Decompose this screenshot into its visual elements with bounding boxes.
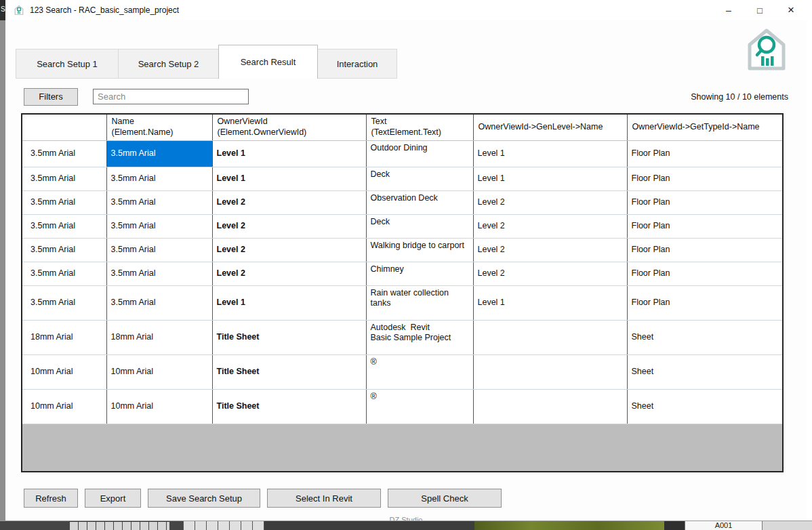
type-name-cell[interactable]: Floor Plan xyxy=(627,214,782,238)
owner-view-cell[interactable]: Level 1 xyxy=(212,285,366,320)
tab-search-setup-2[interactable]: Search Setup 2 xyxy=(118,49,219,79)
gen-level-name-cell[interactable]: Level 2 xyxy=(473,238,627,262)
row-label-cell[interactable]: 3.5mm Arial xyxy=(22,262,106,285)
name-cell[interactable]: 3.5mm Arial xyxy=(106,262,212,285)
owner-view-cell[interactable]: Level 2 xyxy=(212,214,366,238)
gen-level-name-cell[interactable] xyxy=(473,389,627,424)
text-cell[interactable]: Observation Deck xyxy=(366,190,473,214)
column-header-ownerviewid[interactable]: OwnerViewId (Element.OwnerViewId) xyxy=(212,115,366,140)
type-name-cell[interactable]: Sheet xyxy=(627,389,782,424)
spell-check-button[interactable]: Spell Check xyxy=(388,489,502,508)
gen-level-name-cell[interactable]: Level 2 xyxy=(473,214,627,238)
column-header-genlevel-name[interactable]: OwnerViewId->GenLevel->Name xyxy=(473,115,627,140)
close-button[interactable]: × xyxy=(775,0,807,20)
name-cell[interactable]: 10mm Arial xyxy=(106,354,212,389)
owner-view-cell[interactable]: Level 2 xyxy=(212,262,366,285)
type-name-cell[interactable]: Sheet xyxy=(627,354,782,389)
select-in-revit-button[interactable]: Select In Revit xyxy=(267,489,381,508)
table-row[interactable]: 10mm Arial 10mm Arial Title Sheet ® Shee… xyxy=(22,389,782,424)
table-row[interactable]: 3.5mm Arial 3.5mm Arial Level 2 Deck Lev… xyxy=(22,214,782,238)
tab-bar: Search Setup 1 Search Setup 2 Search Res… xyxy=(16,45,807,79)
owner-view-cell[interactable]: Level 2 xyxy=(212,190,366,214)
results-grid: Name (Element.Name) OwnerViewId (Element… xyxy=(22,115,782,424)
type-name-cell[interactable]: Sheet xyxy=(627,320,782,354)
name-cell[interactable]: 3.5mm Arial xyxy=(106,285,212,320)
gen-level-name-cell[interactable]: Level 1 xyxy=(473,140,627,167)
row-label-cell[interactable]: 3.5mm Arial xyxy=(22,285,106,320)
text-cell[interactable]: ® xyxy=(366,354,473,389)
type-name-cell[interactable]: Floor Plan xyxy=(627,167,782,190)
name-cell[interactable]: 3.5mm Arial xyxy=(106,238,212,262)
column-header-gettypeid-name[interactable]: OwnerViewId->GetTypeId->Name xyxy=(627,115,782,140)
name-cell[interactable]: 18mm Arial xyxy=(106,320,212,354)
screen: S A001 123 Search - RAC_basic_sample_pro… xyxy=(0,0,812,530)
type-name-cell[interactable]: Floor Plan xyxy=(627,190,782,214)
text-cell[interactable]: Autodesk Revit Basic Sample Project xyxy=(366,320,473,354)
refresh-button[interactable]: Refresh xyxy=(24,489,78,508)
text-cell[interactable]: Deck xyxy=(366,167,473,190)
owner-view-cell[interactable]: Title Sheet xyxy=(212,320,366,354)
gen-level-name-cell[interactable]: Level 1 xyxy=(473,167,627,190)
table-row[interactable]: 3.5mm Arial 3.5mm Arial Level 1 Outdoor … xyxy=(22,140,782,167)
background-dark-area xyxy=(264,521,474,530)
owner-view-cell[interactable]: Level 1 xyxy=(212,140,366,167)
row-label-cell[interactable]: 3.5mm Arial xyxy=(22,140,106,167)
type-name-cell[interactable]: Floor Plan xyxy=(627,262,782,285)
background-dark-area xyxy=(169,521,183,530)
app-icon xyxy=(14,5,24,16)
type-name-cell[interactable]: Floor Plan xyxy=(627,285,782,320)
name-cell[interactable]: 10mm Arial xyxy=(106,389,212,424)
filters-button[interactable]: Filters xyxy=(24,88,78,106)
row-label-cell[interactable]: 3.5mm Arial xyxy=(22,238,106,262)
table-row[interactable]: 18mm Arial 18mm Arial Title Sheet Autode… xyxy=(22,320,782,354)
row-label-cell[interactable]: 18mm Arial xyxy=(22,320,106,354)
text-cell[interactable]: Walking bridge to carport xyxy=(366,238,473,262)
text-cell[interactable]: ® xyxy=(366,389,473,424)
footer-buttons: Refresh Export Save Search Setup Select … xyxy=(24,489,807,508)
tab-search-setup-1[interactable]: Search Setup 1 xyxy=(16,49,119,79)
table-row[interactable]: 3.5mm Arial 3.5mm Arial Level 2 Walking … xyxy=(22,238,782,262)
table-row[interactable]: 3.5mm Arial 3.5mm Arial Level 1 Rain wat… xyxy=(22,285,782,320)
owner-view-cell[interactable]: Title Sheet xyxy=(212,389,366,424)
search-input[interactable] xyxy=(93,89,249,104)
tab-interaction[interactable]: Interaction xyxy=(317,49,397,79)
text-cell[interactable]: Rain water collection tanks xyxy=(366,285,473,320)
tab-search-result[interactable]: Search Result xyxy=(218,45,318,79)
type-name-cell[interactable]: Floor Plan xyxy=(627,140,782,167)
background-gray-area xyxy=(763,521,812,530)
name-cell[interactable]: 3.5mm Arial xyxy=(106,214,212,238)
gen-level-name-cell[interactable]: Level 1 xyxy=(473,285,627,320)
gen-level-name-cell[interactable] xyxy=(473,354,627,389)
row-label-cell[interactable]: 3.5mm Arial xyxy=(22,190,106,214)
name-cell[interactable]: 3.5mm Arial xyxy=(106,190,212,214)
owner-view-cell[interactable]: Title Sheet xyxy=(212,354,366,389)
table-row[interactable]: 10mm Arial 10mm Arial Title Sheet ® Shee… xyxy=(22,354,782,389)
text-cell[interactable]: Deck xyxy=(366,214,473,238)
column-header-rowlabel[interactable] xyxy=(22,115,106,140)
maximize-button[interactable]: □ xyxy=(744,0,775,20)
type-name-cell[interactable]: Floor Plan xyxy=(627,238,782,262)
row-label-cell[interactable]: 10mm Arial xyxy=(22,354,106,389)
text-cell[interactable]: Chimney xyxy=(366,262,473,285)
owner-view-cell[interactable]: Level 1 xyxy=(212,167,366,190)
name-cell[interactable]: 3.5mm Arial xyxy=(106,140,212,167)
column-header-name[interactable]: Name (Element.Name) xyxy=(106,115,212,140)
gen-level-name-cell[interactable]: Level 2 xyxy=(473,262,627,285)
name-cell[interactable]: 3.5mm Arial xyxy=(106,167,212,190)
row-label-cell[interactable]: 10mm Arial xyxy=(22,389,106,424)
text-cell[interactable]: Outdoor Dining xyxy=(366,140,473,167)
row-label-cell[interactable]: 3.5mm Arial xyxy=(22,214,106,238)
save-search-setup-button[interactable]: Save Search Setup xyxy=(148,489,260,508)
table-header: Name (Element.Name) OwnerViewId (Element… xyxy=(22,115,782,140)
table-row[interactable]: 3.5mm Arial 3.5mm Arial Level 1 Deck Lev… xyxy=(22,167,782,190)
gen-level-name-cell[interactable]: Level 2 xyxy=(473,190,627,214)
export-button[interactable]: Export xyxy=(85,489,141,508)
table-row[interactable]: 3.5mm Arial 3.5mm Arial Level 2 Observat… xyxy=(22,190,782,214)
table-row[interactable]: 3.5mm Arial 3.5mm Arial Level 2 Chimney … xyxy=(22,262,782,285)
minimize-button[interactable]: – xyxy=(713,0,744,20)
column-header-text[interactable]: Text (TextElement.Text) xyxy=(366,115,473,140)
owner-view-cell[interactable]: Level 2 xyxy=(212,238,366,262)
background-render-image xyxy=(474,521,664,530)
gen-level-name-cell[interactable] xyxy=(473,320,627,354)
row-label-cell[interactable]: 3.5mm Arial xyxy=(22,167,106,190)
